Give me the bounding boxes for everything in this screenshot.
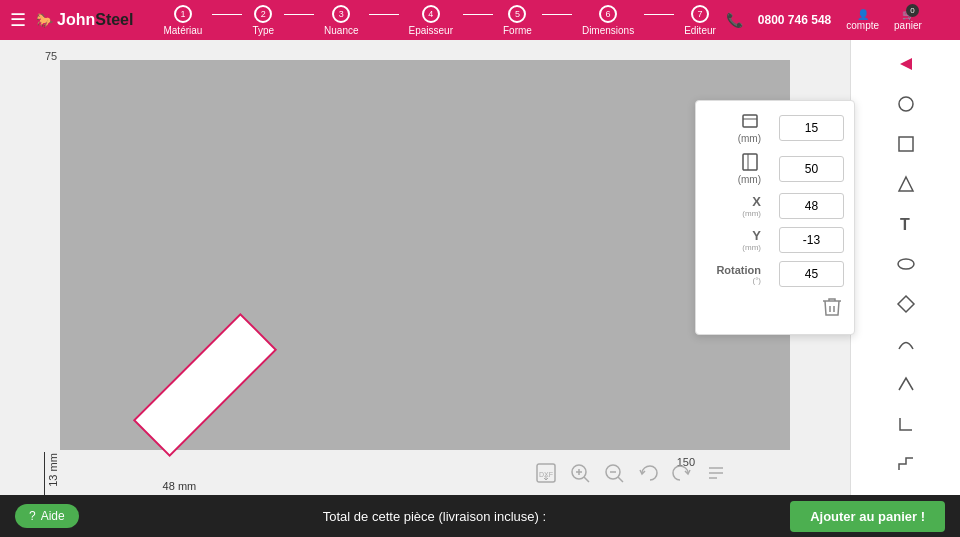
svg-rect-16 [899,137,913,151]
step-line-3 [369,14,399,15]
svg-point-15 [899,97,913,111]
step-3-circle: 3 [332,5,350,23]
triangle-icon [896,174,916,194]
diamond-icon [896,294,916,314]
step-2[interactable]: 2 Type [252,5,274,36]
text-icon: T [896,214,916,234]
help-icon: ? [29,509,36,523]
zoom-out-icon [603,462,625,484]
step-3[interactable]: 3 Nuance [324,5,358,36]
dxf-button[interactable]: DXF [532,459,560,487]
account-label: compte [846,20,879,31]
arrow-right-icon [896,54,916,74]
redo-button[interactable] [668,459,696,487]
width-row: (mm) [706,111,844,144]
bottom-toolbar: DXF [532,459,730,487]
step-4[interactable]: 4 Epaisseur [409,5,453,36]
zoom-in-button[interactable] [566,459,594,487]
cart-icon-wrap: 🛒 0 [902,9,914,20]
step-line-6 [644,14,674,15]
help-button[interactable]: ? Aide [15,504,79,528]
y-axis-label: 75 [45,50,57,62]
height-sub-label: (mm) [706,174,761,185]
step-2-label: Type [252,25,274,36]
step-4-circle: 4 [422,5,440,23]
delete-button[interactable] [820,295,844,324]
svg-rect-12 [743,154,757,170]
step-line-4 [463,14,493,15]
step-7[interactable]: 7 Editeur [684,5,716,36]
width-label: (mm) [706,111,761,144]
tool-triangle-button[interactable] [888,166,924,202]
step-line-5 [542,14,572,15]
height-label: (mm) [706,152,761,185]
height-input[interactable] [779,156,844,182]
tool-rectangle-button[interactable] [888,126,924,162]
logo-text: JohnSteel [57,11,133,29]
y-label-container: Y (mm) [706,228,761,252]
arc-icon [896,334,916,354]
tool-corner-button[interactable] [888,406,924,442]
svg-rect-0 [134,314,275,455]
step-icon [896,454,916,474]
tool-text-button[interactable]: T [888,206,924,242]
undo-button[interactable] [634,459,662,487]
settings-button[interactable] [702,459,730,487]
tool-ellipse-button[interactable] [888,246,924,282]
cart-link[interactable]: 🛒 0 panier [894,9,922,31]
step-5-label: Forme [503,25,532,36]
account-icon: 👤 [857,9,869,20]
logo: 🐎 JohnSteel [36,11,133,29]
rotation-input[interactable] [779,261,844,287]
step-line-2 [284,14,314,15]
step-6-label: Dimensions [582,25,634,36]
y-row: Y (mm) [706,227,844,253]
x-input[interactable] [779,193,844,219]
logo-john: John [57,11,95,28]
phone-number: 0800 746 548 [758,13,831,27]
width-sub-label: (mm) [706,133,761,144]
logo-steel: Steel [95,11,133,28]
cart-label: panier [894,20,922,31]
phone-icon: 📞 [726,12,743,28]
account-link[interactable]: 👤 compte [846,9,879,31]
tool-circle-button[interactable] [888,86,924,122]
svg-marker-14 [900,58,912,70]
header: ☰ 🐎 JohnSteel 1 Matériau 2 Type 3 Nuance… [0,0,960,40]
step-4-label: Epaisseur [409,25,453,36]
dim-y-label: 13 mm [47,453,59,487]
circle-icon [896,94,916,114]
width-input[interactable] [779,115,844,141]
steps-nav: 1 Matériau 2 Type 3 Nuance 4 Epaisseur 5… [153,5,725,36]
x-sub-label: (mm) [706,209,761,218]
tool-angle-button[interactable] [888,366,924,402]
dxf-icon: DXF [535,462,557,484]
y-input[interactable] [779,227,844,253]
step-1[interactable]: 1 Matériau [163,5,202,36]
y-main-label: Y [706,228,761,243]
rotation-sub-label: (°) [706,276,761,285]
add-cart-button[interactable]: Ajouter au panier ! [790,501,945,532]
rectangle-icon [896,134,916,154]
corner-icon [896,414,916,434]
delete-row [706,295,844,324]
tool-arc-button[interactable] [888,326,924,362]
height-row: (mm) [706,152,844,185]
step-6[interactable]: 6 Dimensions [582,5,634,36]
help-label: Aide [41,509,65,523]
step-5[interactable]: 5 Forme [503,5,532,36]
width-icon [739,111,761,131]
step-1-label: Matériau [163,25,202,36]
trash-icon [820,295,844,319]
tool-step-button[interactable] [888,446,924,482]
tool-arrow-button[interactable] [888,46,924,82]
step-3-label: Nuance [324,25,358,36]
redo-icon [671,462,693,484]
settings-icon [705,462,727,484]
zoom-out-button[interactable] [600,459,628,487]
dim-y-container: 13 mm [44,452,49,498]
cart-badge: 0 [906,4,919,17]
menu-icon[interactable]: ☰ [10,9,26,31]
tool-diamond-button[interactable] [888,286,924,322]
dim-x-label: 48 mm [163,480,197,492]
